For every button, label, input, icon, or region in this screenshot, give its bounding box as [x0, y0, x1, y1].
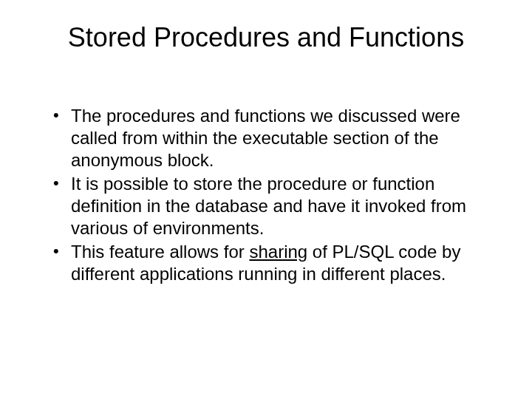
slide-content: The procedures and functions we discusse…: [30, 105, 502, 285]
bullet-list: The procedures and functions we discusse…: [52, 105, 495, 285]
slide-title: Stored Procedures and Functions: [30, 22, 502, 53]
bullet-text-prefix: The procedures and functions we discusse…: [71, 106, 460, 170]
bullet-item: This feature allows for sharing of PL/SQ…: [52, 241, 495, 285]
bullet-text-prefix: This feature allows for: [71, 242, 249, 262]
bullet-item: The procedures and functions we discusse…: [52, 105, 495, 171]
bullet-text-underlined: sharing: [249, 242, 307, 262]
bullet-text-prefix: It is possible to store the procedure or…: [71, 174, 466, 238]
bullet-item: It is possible to store the procedure or…: [52, 173, 495, 239]
